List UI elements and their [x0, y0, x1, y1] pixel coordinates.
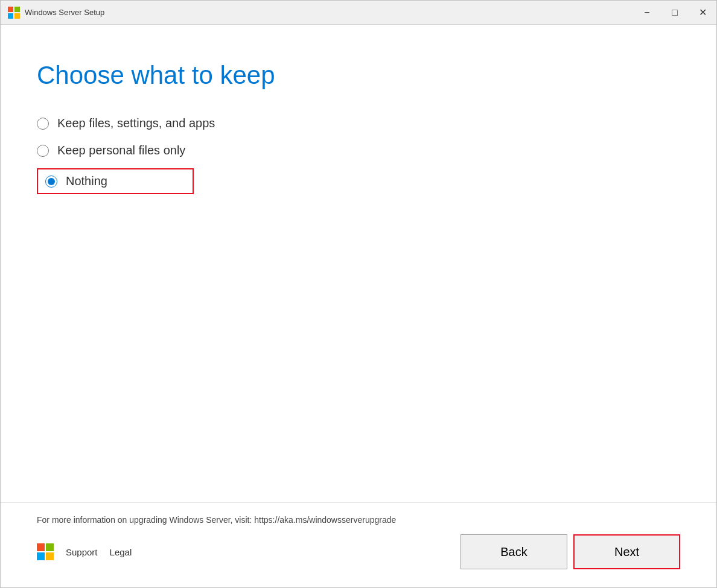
- window: Windows Server Setup − □ ✕ Choose what t…: [0, 0, 717, 588]
- title-bar: Windows Server Setup − □ ✕: [1, 1, 716, 25]
- title-bar-left: Windows Server Setup: [8, 7, 104, 19]
- footer-info-text: For more information on upgrading Window…: [37, 515, 680, 525]
- radio-keep-files[interactable]: [37, 145, 49, 157]
- option-nothing-label: Nothing: [66, 174, 107, 188]
- microsoft-logo: [37, 543, 54, 560]
- ms-logo-yellow: [46, 552, 54, 560]
- main-content: Choose what to keep Keep files, settings…: [1, 25, 716, 502]
- ms-logo-red: [37, 543, 45, 551]
- footer: For more information on upgrading Window…: [1, 502, 716, 587]
- radio-group: Keep files, settings, and apps Keep pers…: [37, 114, 680, 194]
- window-title: Windows Server Setup: [25, 8, 104, 17]
- footer-bottom: Support Legal Back Next: [37, 534, 680, 569]
- svg-rect-3: [14, 13, 20, 19]
- option-keep-files-label: Keep personal files only: [57, 144, 185, 157]
- minimize-button[interactable]: −: [633, 1, 661, 24]
- close-button[interactable]: ✕: [689, 1, 716, 24]
- next-button[interactable]: Next: [573, 534, 680, 569]
- ms-logo-green: [46, 543, 54, 551]
- footer-buttons: Back Next: [460, 534, 680, 569]
- option-keep-all[interactable]: Keep files, settings, and apps: [37, 114, 680, 133]
- radio-nothing[interactable]: [45, 175, 57, 188]
- option-keep-all-label: Keep files, settings, and apps: [57, 116, 215, 130]
- footer-left: Support Legal: [37, 543, 132, 560]
- option-keep-files[interactable]: Keep personal files only: [37, 141, 680, 160]
- ms-logo-blue: [37, 552, 45, 560]
- svg-rect-1: [14, 7, 20, 12]
- app-icon: [8, 7, 20, 19]
- radio-keep-all[interactable]: [37, 118, 49, 130]
- svg-rect-0: [8, 7, 13, 12]
- legal-link[interactable]: Legal: [110, 547, 132, 557]
- option-nothing[interactable]: Nothing: [37, 168, 194, 194]
- title-bar-controls: − □ ✕: [633, 1, 716, 24]
- support-link[interactable]: Support: [66, 547, 98, 557]
- back-button[interactable]: Back: [460, 534, 567, 569]
- restore-button[interactable]: □: [661, 1, 689, 24]
- page-title: Choose what to keep: [37, 61, 680, 90]
- svg-rect-2: [8, 13, 13, 19]
